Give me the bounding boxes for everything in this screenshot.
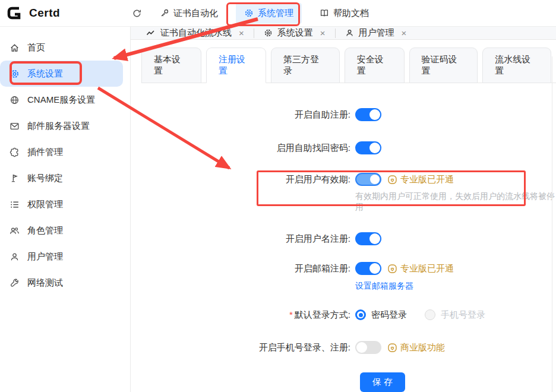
sidebar-item-label: 首页 [27,42,45,53]
wrench-icon [9,278,20,288]
switch-knob [356,342,367,353]
brand-name: Certd [29,7,60,20]
pro-badge: 专业版已开通 [387,174,454,185]
tab-separator [254,29,254,38]
field-label: 开启自助注册: [141,108,355,121]
sidebar-item-label: 账号绑定 [27,173,63,184]
switch-knob [369,233,380,244]
tab-basic-settings[interactable]: 基本设置 [141,48,201,83]
phone-login-switch[interactable] [355,341,381,354]
puzzle-icon [9,147,20,157]
tab-third-party-login[interactable]: 第三方登录 [271,48,340,83]
commercial-badge: 商业版功能 [387,342,445,353]
form-row-email-register: 开启邮箱注册: 专业版已开通 设置邮箱服务器 [141,262,556,291]
gear-icon [244,8,254,18]
open-pages-tabbar: 证书自动化流水线 × 系统设置 × 用户管理 × [131,27,556,40]
sidebar-item-label: CNAME服务设置 [27,94,95,106]
switch-knob [369,263,380,274]
page-tab-label: 用户管理 [359,27,394,39]
field-label: 开启用户有效期: [141,173,355,186]
pro-badge-label: 专业版已开通 [400,263,454,274]
globe-icon [9,95,20,105]
brand-logo-icon [6,5,23,21]
email-register-switch[interactable] [355,262,381,275]
switch-knob [370,175,380,184]
flag-icon [9,173,20,184]
page-tab-system-settings[interactable]: 系统设置 × [264,27,326,39]
tab-separator [335,29,336,38]
gear-icon [9,69,20,79]
sidebar-item-label: 角色管理 [27,225,63,236]
field-help-text: 有效期内用户可正常使用，失效后用户的流水线将被停用 [355,191,556,212]
nav-label: 帮助文档 [333,8,369,19]
self-register-switch[interactable] [355,108,381,121]
mail-icon [9,121,20,131]
user-expiry-switch[interactable] [355,173,381,186]
field-label: 开启用户名注册: [141,232,355,245]
scrollbar-track [552,56,552,392]
user-icon [9,252,20,262]
tab-security-settings[interactable]: 安全设置 [345,48,405,83]
sidebar-item-label: 插件管理 [27,147,63,158]
pro-badge-label: 专业版已开通 [400,174,454,185]
book-icon [320,8,329,18]
sidebar-item-permissions[interactable]: 权限管理 [0,191,123,217]
home-icon [9,43,20,53]
nav-label: 系统管理 [258,8,293,19]
form-row-default-login: *默认登录方式: 密码登录 手机号登录 [141,308,556,321]
sidebar-item-label: 网络测试 [27,277,63,289]
key-icon [160,8,169,18]
app-window: Certd 证书自动化 系统管理 帮助文档 [0,0,556,392]
sidebar-item-plugins[interactable]: 插件管理 [0,139,123,165]
nav-help-docs[interactable]: 帮助文档 [320,8,369,19]
page-tab-cert-pipeline[interactable]: 证书自动化流水线 × [146,27,244,39]
radio-checked-icon [355,309,366,320]
commercial-badge-label: 商业版功能 [400,342,445,353]
page-tab-label: 证书自动化流水线 [160,27,232,39]
vip-badge-icon [387,175,397,185]
tab-register-settings[interactable]: 注册设置 [206,48,266,83]
sidebar-item-account-binding[interactable]: 账号绑定 [0,165,123,191]
form-row: 开启自助注册: [141,108,556,121]
self-reset-password-switch[interactable] [355,141,381,154]
switch-knob [369,109,380,120]
list-icon [9,200,20,210]
pro-badge: 专业版已开通 [387,263,454,274]
settings-tabs: 基本设置 注册设置 第三方登录 安全设置 验证码设置 流水线设置 [141,48,556,83]
sidebar-item-users[interactable]: 用户管理 [0,244,123,270]
form-row: 开启用户名注册: [141,232,556,245]
sidebar-item-home[interactable]: 首页 [0,34,123,61]
team-icon [9,226,20,236]
radio-label: 密码登录 [371,309,407,321]
main-area: 证书自动化流水线 × 系统设置 × 用户管理 × 基本设置 [131,27,556,392]
sidebar-item-roles[interactable]: 角色管理 [0,217,123,244]
mail-server-link[interactable]: 设置邮箱服务器 [355,280,454,291]
close-icon[interactable]: × [320,29,326,37]
nav-system-management[interactable]: 系统管理 [236,3,302,24]
app-header: Certd 证书自动化 系统管理 帮助文档 [0,0,556,27]
sidebar-item-cname-service[interactable]: CNAME服务设置 [0,87,123,113]
chart-line-icon [146,29,156,38]
radio-phone-login[interactable]: 手机号登录 [425,309,485,321]
refresh-icon[interactable] [132,8,142,18]
field-label: 启用自助找回密码: [141,141,355,154]
username-register-switch[interactable] [355,232,381,245]
vip-badge-icon [387,264,397,274]
sidebar-item-mail-server[interactable]: 邮件服务器设置 [0,113,123,139]
switch-knob [369,143,380,153]
sidebar-item-network-test[interactable]: 网络测试 [0,270,123,296]
close-icon[interactable]: × [402,29,407,37]
sidebar-item-system-settings[interactable]: 系统设置 [0,61,123,87]
nav-cert-automation[interactable]: 证书自动化 [160,8,218,19]
field-label: 开启邮箱注册: [141,262,355,275]
form-row-phone-login: 开启手机号登录、注册: 商业版功能 [141,341,556,354]
save-button[interactable]: 保 存 [360,372,405,392]
page-tab-user-management[interactable]: 用户管理 × [345,27,407,39]
tab-pipeline-settings[interactable]: 流水线设置 [482,48,551,83]
radio-password-login[interactable]: 密码登录 [355,309,407,321]
nav-label: 证书自动化 [173,8,218,19]
tab-captcha-settings[interactable]: 验证码设置 [409,48,478,83]
register-settings-form: 开启自助注册: 启用自助找回密码: 开启用户有效期: [141,83,556,392]
close-icon[interactable]: × [239,29,244,37]
form-row-user-expiry: 开启用户有效期: 专业版已开通 有效期内用户可正常使用，失效后用户的流水线将被停… [141,173,556,212]
